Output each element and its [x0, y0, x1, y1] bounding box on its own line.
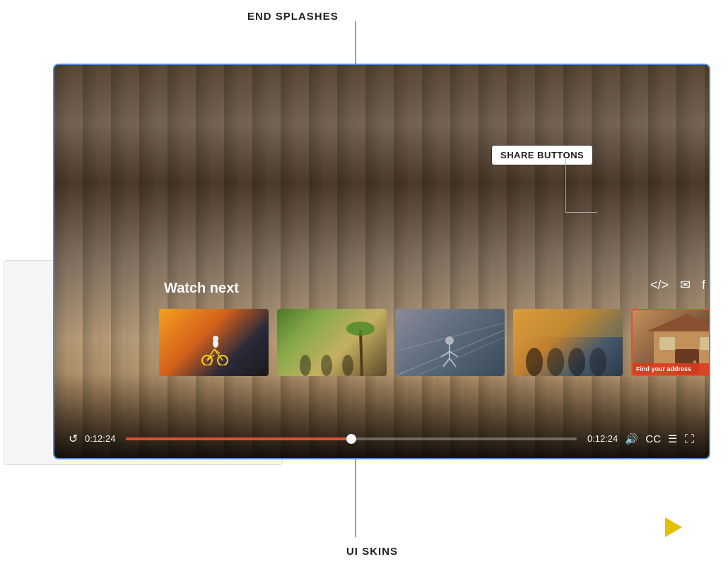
embed-icon[interactable]: </>: [650, 278, 669, 293]
facebook-icon[interactable]: f: [702, 278, 705, 293]
svg-point-13: [346, 322, 375, 336]
svg-point-17: [445, 336, 454, 345]
bridge-illustration: [395, 309, 505, 376]
total-time: 0:12:24: [587, 433, 618, 444]
progress-fill: [126, 437, 351, 440]
svg-rect-32: [700, 337, 710, 350]
replay-button[interactable]: ↺: [69, 432, 78, 445]
svg-line-12: [360, 330, 362, 376]
volume-icon[interactable]: 🔊: [625, 433, 638, 445]
ui-skins-line: [356, 459, 356, 537]
thumbnail-4[interactable]: [513, 309, 623, 376]
video-player[interactable]: Watch next </> ✉ f 𝕏: [53, 64, 710, 459]
share-buttons-line-vertical: [565, 159, 566, 212]
svg-rect-31: [659, 337, 675, 350]
progress-dot: [346, 434, 356, 444]
svg-point-7: [213, 336, 218, 341]
share-icons-row: </> ✉ f 𝕏: [650, 277, 710, 293]
chapters-icon[interactable]: ☰: [668, 433, 677, 445]
controls-bar: ↺ 0:12:24 0:12:24 🔊 CC ☰ ⛶: [54, 419, 709, 458]
svg-point-10: [321, 355, 332, 376]
svg-point-25: [568, 348, 585, 376]
play-triangle-icon[interactable]: [665, 517, 682, 537]
thumbnail-3[interactable]: [395, 309, 505, 376]
palms-illustration: [277, 309, 387, 376]
svg-line-19: [443, 358, 450, 367]
email-icon[interactable]: ✉: [680, 277, 691, 293]
thumbnails-row: Find your address 00:22:48: [159, 309, 710, 376]
svg-line-15: [416, 337, 505, 376]
thumbnail-label-bar: Find your address 00:22:48: [633, 363, 710, 375]
svg-rect-27: [513, 309, 623, 337]
svg-point-9: [300, 355, 311, 376]
find-address-text: Find your address: [636, 365, 691, 372]
watch-next-label: Watch next: [164, 280, 239, 296]
thumbnail-1[interactable]: [159, 309, 269, 376]
svg-point-11: [342, 355, 353, 376]
progress-bar[interactable]: [126, 437, 577, 440]
svg-marker-29: [647, 314, 710, 331]
svg-line-22: [450, 351, 458, 357]
end-splashes-label: END SPLASHES: [247, 10, 339, 22]
fullscreen-icon[interactable]: ⛶: [684, 433, 695, 445]
thumbnail-find-address[interactable]: Find your address 00:22:48: [631, 309, 710, 376]
share-buttons-line-horizontal: [565, 212, 597, 213]
share-buttons-label: SHARE BUTTONS: [491, 145, 593, 165]
thumbnail-2[interactable]: [277, 309, 387, 376]
svg-point-23: [526, 348, 543, 376]
current-time: 0:12:24: [85, 433, 115, 444]
end-splashes-line: [356, 21, 356, 65]
svg-point-24: [547, 348, 564, 376]
captions-icon[interactable]: CC: [645, 433, 661, 445]
bikers-illustration: [513, 309, 623, 376]
cyclist-illustration: [200, 334, 228, 365]
svg-line-2: [207, 349, 214, 360]
ui-skins-label: UI SKINS: [346, 545, 398, 557]
svg-point-26: [589, 348, 606, 376]
